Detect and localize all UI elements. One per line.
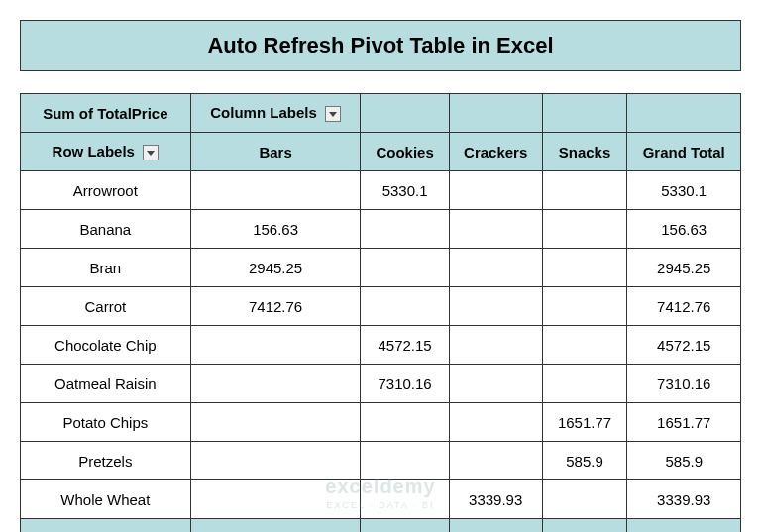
data-cell[interactable]: 585.9 <box>542 442 627 480</box>
blank-header <box>361 94 449 133</box>
row-label[interactable]: Banana <box>21 210 191 249</box>
data-cell[interactable]: 585.9 <box>627 442 741 480</box>
grand-total-cell: 33304.65 <box>627 519 741 533</box>
data-cell[interactable] <box>190 480 361 519</box>
data-cell[interactable]: 2945.25 <box>190 249 361 287</box>
table-row: Pretzels585.9585.9 <box>21 442 741 480</box>
data-cell[interactable]: 7412.76 <box>190 287 361 326</box>
row-label[interactable]: Oatmeal Raisin <box>21 365 191 403</box>
grand-total-row: Grand Total 10514.64 17212.41 3339.93 22… <box>21 519 741 533</box>
data-cell[interactable] <box>361 249 449 287</box>
table-row: Arrowroot5330.15330.1 <box>21 171 741 210</box>
column-labels-header[interactable]: Column Labels <box>190 94 361 133</box>
data-cell[interactable] <box>449 326 542 365</box>
col-header-grand-total: Grand Total <box>627 133 741 171</box>
data-cell[interactable] <box>361 403 449 442</box>
data-cell[interactable]: 1651.77 <box>542 403 627 442</box>
row-label[interactable]: Carrot <box>21 287 191 326</box>
grand-total-cell: 2237.67 <box>542 519 627 533</box>
data-cell[interactable] <box>361 442 449 480</box>
row-label[interactable]: Pretzels <box>21 442 191 480</box>
data-cell[interactable] <box>542 326 627 365</box>
pivot-header-row-1: Sum of TotalPrice Column Labels <box>21 94 741 133</box>
row-labels-text: Row Labels <box>53 143 135 160</box>
table-row: Carrot7412.767412.76 <box>21 287 741 326</box>
data-cell[interactable] <box>449 210 542 249</box>
data-cell[interactable] <box>542 287 627 326</box>
data-cell[interactable]: 2945.25 <box>627 249 741 287</box>
table-row: Chocolate Chip4572.154572.15 <box>21 326 741 365</box>
grand-total-cell: 17212.41 <box>361 519 449 533</box>
data-cell[interactable]: 3339.93 <box>449 480 542 519</box>
data-cell[interactable] <box>190 365 361 403</box>
data-cell[interactable] <box>449 365 542 403</box>
col-header-bars[interactable]: Bars <box>190 133 361 171</box>
table-row: Bran2945.252945.25 <box>21 249 741 287</box>
data-cell[interactable] <box>361 480 449 519</box>
chevron-down-icon[interactable] <box>325 106 341 122</box>
grand-total-cell: 10514.64 <box>190 519 361 533</box>
data-cell[interactable] <box>449 249 542 287</box>
table-row: Potato Chips1651.771651.77 <box>21 403 741 442</box>
data-cell[interactable] <box>449 442 542 480</box>
table-row: Banana156.63156.63 <box>21 210 741 249</box>
data-cell[interactable]: 156.63 <box>627 210 741 249</box>
data-cell[interactable] <box>190 171 361 210</box>
page-title: Auto Refresh Pivot Table in Excel <box>20 20 741 71</box>
data-cell[interactable] <box>542 210 627 249</box>
data-cell[interactable] <box>542 365 627 403</box>
data-cell[interactable] <box>542 480 627 519</box>
data-cell[interactable] <box>361 210 449 249</box>
data-cell[interactable] <box>190 442 361 480</box>
data-cell[interactable]: 4572.15 <box>361 326 449 365</box>
data-cell[interactable] <box>449 287 542 326</box>
column-labels-text: Column Labels <box>210 104 317 121</box>
row-label[interactable]: Whole Wheat <box>21 480 191 519</box>
grand-total-label: Grand Total <box>21 519 191 533</box>
data-cell[interactable] <box>449 171 542 210</box>
pivot-table: Sum of TotalPrice Column Labels Row Labe… <box>20 93 741 532</box>
data-cell[interactable] <box>190 326 361 365</box>
grand-total-cell: 3339.93 <box>449 519 542 533</box>
data-cell[interactable] <box>361 287 449 326</box>
data-cell[interactable] <box>542 249 627 287</box>
chevron-down-icon[interactable] <box>143 145 159 160</box>
col-header-snacks[interactable]: Snacks <box>542 133 627 171</box>
measure-label: Sum of TotalPrice <box>21 94 191 133</box>
data-cell[interactable] <box>190 403 361 442</box>
row-label[interactable]: Bran <box>21 249 191 287</box>
data-cell[interactable] <box>449 403 542 442</box>
row-label[interactable]: Arrowroot <box>21 171 191 210</box>
data-cell[interactable]: 3339.93 <box>627 480 741 519</box>
table-row: Oatmeal Raisin7310.167310.16 <box>21 365 741 403</box>
table-row: Whole Wheat3339.933339.93 <box>21 480 741 519</box>
blank-header <box>542 94 627 133</box>
data-cell[interactable]: 1651.77 <box>627 403 741 442</box>
data-cell[interactable]: 7412.76 <box>627 287 741 326</box>
data-cell[interactable] <box>542 171 627 210</box>
col-header-crackers[interactable]: Crackers <box>449 133 542 171</box>
data-cell[interactable]: 7310.16 <box>627 365 741 403</box>
row-label[interactable]: Potato Chips <box>21 403 191 442</box>
blank-header <box>627 94 741 133</box>
row-label[interactable]: Chocolate Chip <box>21 326 191 365</box>
data-cell[interactable]: 4572.15 <box>627 326 741 365</box>
data-cell[interactable]: 7310.16 <box>361 365 449 403</box>
data-cell[interactable]: 5330.1 <box>361 171 449 210</box>
pivot-header-row-2: Row Labels Bars Cookies Crackers Snacks … <box>21 133 741 171</box>
data-cell[interactable]: 156.63 <box>190 210 361 249</box>
data-cell[interactable]: 5330.1 <box>627 171 741 210</box>
col-header-cookies[interactable]: Cookies <box>361 133 449 171</box>
blank-header <box>449 94 542 133</box>
row-labels-header[interactable]: Row Labels <box>21 133 191 171</box>
